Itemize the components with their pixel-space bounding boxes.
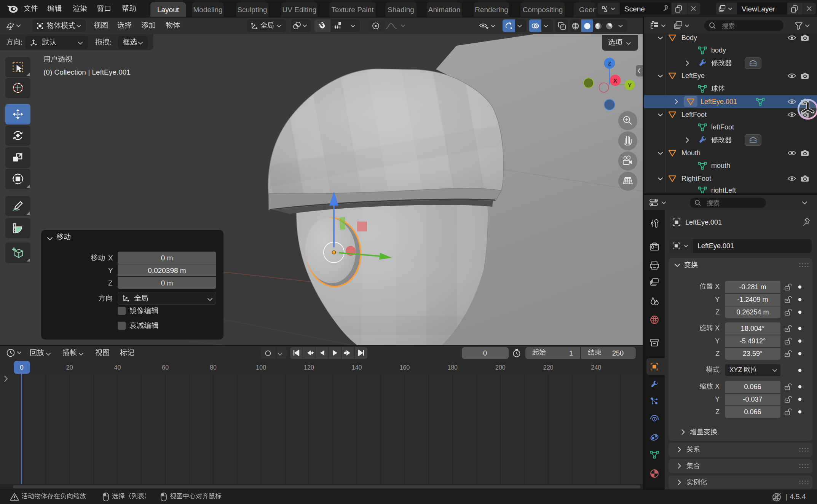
svg-text:Z: Z <box>608 60 611 67</box>
svg-text:X: X <box>613 77 617 84</box>
svg-text:Y: Y <box>628 82 632 88</box>
